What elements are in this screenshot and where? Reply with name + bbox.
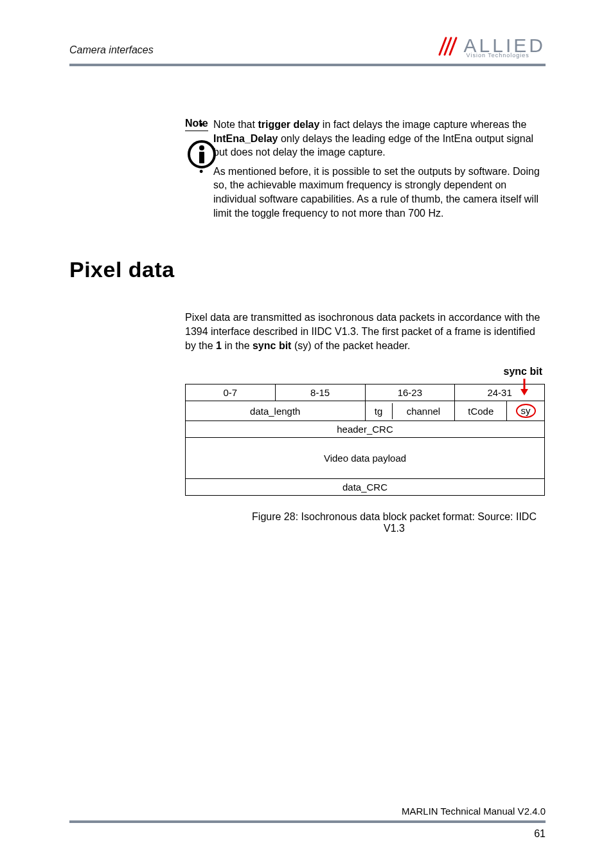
page-header: Camera interfaces ALLIED Vision Technolo… bbox=[69, 35, 546, 62]
packet-diagram: sync bit 0-7 8-15 16-23 24-31 data_lengt… bbox=[185, 384, 546, 534]
bit-range-cell: 0-7 bbox=[186, 384, 276, 401]
packet-table: 0-7 8-15 16-23 24-31 data_length tg chan… bbox=[185, 384, 545, 496]
body-bold: sync bit bbox=[253, 340, 291, 351]
header-section-title: Camera interfaces bbox=[69, 44, 154, 59]
header-rule bbox=[69, 64, 546, 66]
note-item: As mentioned before, it is possible to s… bbox=[198, 165, 546, 220]
footer-manual-title: MARLIN Technical Manual V2.4.0 bbox=[69, 806, 546, 820]
sy-highlight: sy bbox=[516, 404, 536, 418]
table-row: header_CRC bbox=[186, 421, 545, 438]
header-crc-cell: header_CRC bbox=[186, 421, 545, 438]
logo-slashes-icon bbox=[436, 35, 461, 59]
footer-rule bbox=[69, 820, 546, 823]
bit-range-cell: 8-15 bbox=[275, 384, 365, 401]
sync-bit-label: sync bit bbox=[504, 366, 542, 377]
body-bold: 1 bbox=[216, 340, 222, 351]
note-block: Note Note that trigger delay in fact del… bbox=[69, 118, 546, 225]
data-length-cell: data_length bbox=[186, 401, 366, 421]
table-row: 0-7 8-15 16-23 24-31 bbox=[186, 384, 545, 401]
page-number: 61 bbox=[69, 828, 546, 840]
body-paragraph: Pixel data are transmitted as isochronou… bbox=[185, 311, 546, 353]
note-bold: IntEna_Delay bbox=[213, 133, 278, 144]
note-text: Note that bbox=[213, 119, 258, 130]
table-row: data_length tg channel tCode bbox=[186, 401, 545, 421]
body-text: (sy) of the packet header. bbox=[291, 340, 410, 351]
brand-logo: ALLIED Vision Technologies bbox=[436, 35, 546, 59]
channel-cell: channel bbox=[392, 403, 454, 419]
note-text: As mentioned before, it is possible to s… bbox=[213, 166, 540, 219]
note-bold: trigger delay bbox=[258, 119, 319, 130]
payload-cell: Video data payload bbox=[186, 438, 545, 479]
svg-marker-4 bbox=[520, 389, 528, 395]
table-row: data_CRC bbox=[186, 479, 545, 496]
table-row: Video data payload bbox=[186, 438, 545, 479]
tcode-cell: tCode bbox=[455, 401, 506, 420]
section-title: Pixel data bbox=[69, 257, 546, 282]
bit-range-cell: 24-31 bbox=[455, 384, 545, 401]
note-text: in fact delays the image capture whereas… bbox=[319, 119, 526, 130]
sy-cell: sy bbox=[507, 401, 544, 420]
sync-arrow-icon bbox=[519, 379, 530, 395]
body-text: in the bbox=[222, 340, 253, 351]
bit-range-cell: 16-23 bbox=[365, 384, 455, 401]
note-item: Note that trigger delay in fact delays t… bbox=[198, 118, 546, 159]
figure-caption: Figure 28: Isochronous data block packet… bbox=[243, 511, 546, 534]
page-footer: MARLIN Technical Manual V2.4.0 61 bbox=[69, 821, 546, 840]
data-crc-cell: data_CRC bbox=[186, 479, 545, 496]
tg-cell: tg bbox=[366, 403, 393, 419]
